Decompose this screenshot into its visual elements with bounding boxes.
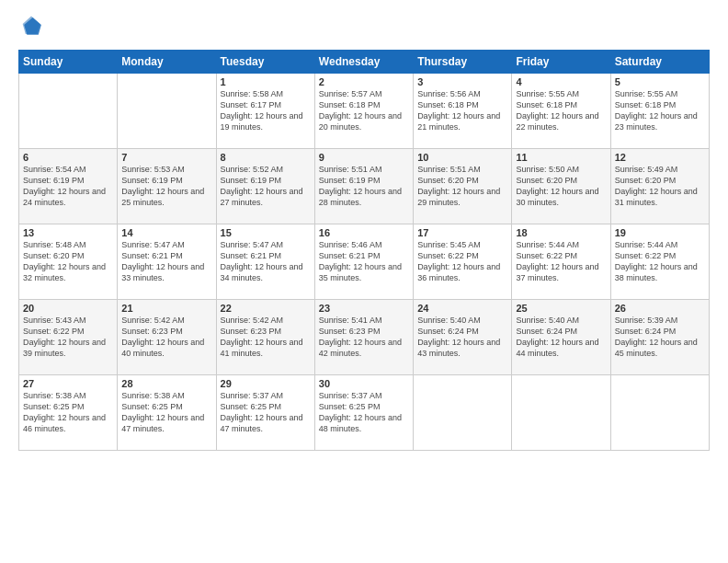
day-info: Sunrise: 5:43 AMSunset: 6:22 PMDaylight:…: [23, 315, 113, 360]
day-number: 16: [319, 227, 409, 238]
day-number: 24: [417, 303, 507, 314]
day-info: Sunrise: 5:38 AMSunset: 6:25 PMDaylight:…: [23, 390, 113, 435]
day-number: 21: [121, 303, 211, 314]
calendar-cell: 29Sunrise: 5:37 AMSunset: 6:25 PMDayligh…: [216, 375, 314, 451]
calendar-cell: 24Sunrise: 5:40 AMSunset: 6:24 PMDayligh…: [414, 300, 512, 375]
day-info: Sunrise: 5:58 AMSunset: 6:17 PMDaylight:…: [221, 88, 311, 133]
day-info: Sunrise: 5:51 AMSunset: 6:20 PMDaylight:…: [417, 164, 507, 209]
calendar-cell: 15Sunrise: 5:47 AMSunset: 6:21 PMDayligh…: [216, 224, 314, 300]
day-number: 26: [615, 303, 705, 314]
day-number: 27: [23, 378, 113, 389]
calendar-cell: 3Sunrise: 5:56 AMSunset: 6:18 PMDaylight…: [414, 74, 512, 149]
day-number: 19: [615, 227, 705, 238]
weekday-header-monday: Monday: [118, 51, 216, 74]
calendar-cell: 18Sunrise: 5:44 AMSunset: 6:22 PMDayligh…: [512, 224, 610, 300]
calendar-week-row: 27Sunrise: 5:38 AMSunset: 6:25 PMDayligh…: [19, 375, 710, 451]
calendar-week-row: 20Sunrise: 5:43 AMSunset: 6:22 PMDayligh…: [19, 300, 710, 375]
day-info: Sunrise: 5:41 AMSunset: 6:23 PMDaylight:…: [319, 315, 409, 360]
page: SundayMondayTuesdayWednesdayThursdayFrid…: [0, 0, 728, 563]
calendar-cell: 28Sunrise: 5:38 AMSunset: 6:25 PMDayligh…: [118, 375, 216, 451]
day-info: Sunrise: 5:40 AMSunset: 6:24 PMDaylight:…: [417, 315, 507, 360]
weekday-header-saturday: Saturday: [610, 51, 709, 74]
day-number: 10: [417, 152, 507, 163]
day-number: 18: [516, 227, 606, 238]
calendar-cell: 27Sunrise: 5:38 AMSunset: 6:25 PMDayligh…: [19, 375, 118, 451]
day-info: Sunrise: 5:39 AMSunset: 6:24 PMDaylight:…: [615, 315, 705, 360]
calendar-cell: 26Sunrise: 5:39 AMSunset: 6:24 PMDayligh…: [610, 300, 709, 375]
day-number: 14: [121, 227, 211, 238]
weekday-header-sunday: Sunday: [19, 51, 118, 74]
calendar-cell: [512, 375, 610, 451]
day-number: 5: [615, 76, 705, 87]
calendar-table: SundayMondayTuesdayWednesdayThursdayFrid…: [18, 50, 710, 451]
day-number: 20: [23, 303, 113, 314]
day-info: Sunrise: 5:46 AMSunset: 6:21 PMDaylight:…: [319, 239, 409, 284]
weekday-header-wednesday: Wednesday: [314, 51, 413, 74]
calendar-cell: 13Sunrise: 5:48 AMSunset: 6:20 PMDayligh…: [19, 224, 118, 300]
day-info: Sunrise: 5:44 AMSunset: 6:22 PMDaylight:…: [516, 239, 606, 284]
weekday-header-friday: Friday: [512, 51, 610, 74]
day-number: 25: [516, 303, 606, 314]
day-info: Sunrise: 5:52 AMSunset: 6:19 PMDaylight:…: [221, 164, 311, 209]
day-info: Sunrise: 5:55 AMSunset: 6:18 PMDaylight:…: [615, 88, 705, 133]
calendar-cell: [414, 375, 512, 451]
day-info: Sunrise: 5:44 AMSunset: 6:22 PMDaylight:…: [615, 239, 705, 284]
logo: [18, 15, 48, 40]
day-number: 1: [221, 76, 311, 87]
day-info: Sunrise: 5:47 AMSunset: 6:21 PMDaylight:…: [221, 239, 311, 284]
calendar-cell: 14Sunrise: 5:47 AMSunset: 6:21 PMDayligh…: [118, 224, 216, 300]
calendar-cell: 5Sunrise: 5:55 AMSunset: 6:18 PMDaylight…: [610, 74, 709, 149]
day-info: Sunrise: 5:37 AMSunset: 6:25 PMDaylight:…: [221, 390, 311, 435]
day-info: Sunrise: 5:56 AMSunset: 6:18 PMDaylight:…: [417, 88, 507, 133]
calendar-cell: 30Sunrise: 5:37 AMSunset: 6:25 PMDayligh…: [314, 375, 413, 451]
calendar-cell: 25Sunrise: 5:40 AMSunset: 6:24 PMDayligh…: [512, 300, 610, 375]
calendar-cell: 16Sunrise: 5:46 AMSunset: 6:21 PMDayligh…: [314, 224, 413, 300]
calendar-cell: 19Sunrise: 5:44 AMSunset: 6:22 PMDayligh…: [610, 224, 709, 300]
day-number: 22: [221, 303, 311, 314]
day-number: 4: [516, 76, 606, 87]
day-info: Sunrise: 5:55 AMSunset: 6:18 PMDaylight:…: [516, 88, 606, 133]
day-info: Sunrise: 5:42 AMSunset: 6:23 PMDaylight:…: [121, 315, 211, 360]
day-number: 30: [319, 378, 409, 389]
day-info: Sunrise: 5:54 AMSunset: 6:19 PMDaylight:…: [23, 164, 113, 209]
day-info: Sunrise: 5:47 AMSunset: 6:21 PMDaylight:…: [121, 239, 211, 284]
calendar-cell: 11Sunrise: 5:50 AMSunset: 6:20 PMDayligh…: [512, 149, 610, 224]
calendar-week-row: 1Sunrise: 5:58 AMSunset: 6:17 PMDaylight…: [19, 74, 710, 149]
calendar-cell: 6Sunrise: 5:54 AMSunset: 6:19 PMDaylight…: [19, 149, 118, 224]
svg-marker-1: [23, 17, 40, 34]
calendar-cell: [610, 375, 709, 451]
calendar-cell: 9Sunrise: 5:51 AMSunset: 6:19 PMDaylight…: [314, 149, 413, 224]
calendar-cell: [118, 74, 216, 149]
calendar-cell: 2Sunrise: 5:57 AMSunset: 6:18 PMDaylight…: [314, 74, 413, 149]
day-number: 2: [319, 76, 409, 87]
calendar-cell: 23Sunrise: 5:41 AMSunset: 6:23 PMDayligh…: [314, 300, 413, 375]
weekday-header-tuesday: Tuesday: [216, 51, 314, 74]
calendar-cell: 1Sunrise: 5:58 AMSunset: 6:17 PMDaylight…: [216, 74, 314, 149]
calendar-cell: 4Sunrise: 5:55 AMSunset: 6:18 PMDaylight…: [512, 74, 610, 149]
day-info: Sunrise: 5:38 AMSunset: 6:25 PMDaylight:…: [121, 390, 211, 435]
day-number: 3: [417, 76, 507, 87]
calendar-cell: 20Sunrise: 5:43 AMSunset: 6:22 PMDayligh…: [19, 300, 118, 375]
day-number: 6: [23, 152, 113, 163]
header: [18, 15, 710, 40]
calendar-week-row: 13Sunrise: 5:48 AMSunset: 6:20 PMDayligh…: [19, 224, 710, 300]
day-info: Sunrise: 5:49 AMSunset: 6:20 PMDaylight:…: [615, 164, 705, 209]
calendar-week-row: 6Sunrise: 5:54 AMSunset: 6:19 PMDaylight…: [19, 149, 710, 224]
day-number: 13: [23, 227, 113, 238]
day-info: Sunrise: 5:37 AMSunset: 6:25 PMDaylight:…: [319, 390, 409, 435]
calendar-cell: 10Sunrise: 5:51 AMSunset: 6:20 PMDayligh…: [414, 149, 512, 224]
day-number: 17: [417, 227, 507, 238]
day-info: Sunrise: 5:53 AMSunset: 6:19 PMDaylight:…: [121, 164, 211, 209]
day-info: Sunrise: 5:51 AMSunset: 6:19 PMDaylight:…: [319, 164, 409, 209]
calendar-cell: 17Sunrise: 5:45 AMSunset: 6:22 PMDayligh…: [414, 224, 512, 300]
calendar-cell: 21Sunrise: 5:42 AMSunset: 6:23 PMDayligh…: [118, 300, 216, 375]
day-number: 8: [221, 152, 311, 163]
calendar-cell: [19, 74, 118, 149]
day-number: 7: [121, 152, 211, 163]
day-info: Sunrise: 5:42 AMSunset: 6:23 PMDaylight:…: [221, 315, 311, 360]
day-info: Sunrise: 5:48 AMSunset: 6:20 PMDaylight:…: [23, 239, 113, 284]
logo-icon: [18, 15, 44, 40]
day-info: Sunrise: 5:50 AMSunset: 6:20 PMDaylight:…: [516, 164, 606, 209]
calendar-cell: 12Sunrise: 5:49 AMSunset: 6:20 PMDayligh…: [610, 149, 709, 224]
day-number: 28: [121, 378, 211, 389]
